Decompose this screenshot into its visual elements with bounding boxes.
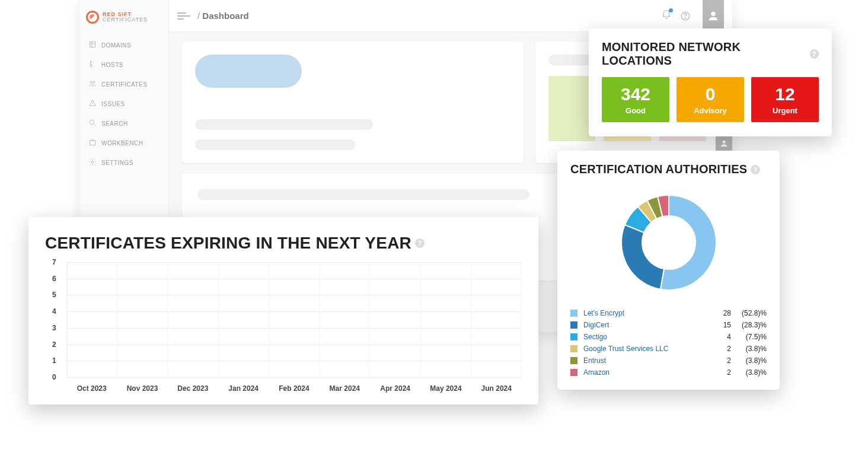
monitored-locations-panel: MONITORED NETWORK LOCATIONS ? 342Good0Ad… [589,28,832,136]
svg-rect-4 [90,141,95,145]
svg-point-5 [91,161,94,163]
y-tick-label: 4 [52,307,56,316]
svg-point-8 [711,11,715,15]
swatch-icon [570,333,577,340]
legend-row: Entrust 2 (3.8)% [570,356,767,365]
legend-pct: (7.5)% [731,333,767,341]
x-tick-label: Feb 2024 [269,384,319,393]
legend-name[interactable]: Let's Encrypt [583,309,712,317]
sidebar-item-label: DOMAINS [101,42,131,49]
legend-row: Amazon 2 (3.8)% [570,368,767,377]
notification-dot [669,8,673,12]
x-tick-label: Nov 2023 [117,384,167,393]
bar-column [320,262,370,377]
avatar[interactable] [703,0,724,32]
bar-column [168,262,218,377]
sidebar-item-label: CERTIFICATES [101,81,147,88]
x-tick-label: Jun 2024 [471,384,522,393]
sidebar-item-workbench[interactable]: WORKBENCH [86,135,162,151]
help-icon[interactable]: ? [810,49,819,59]
svg-rect-0 [90,42,95,47]
bar-column [269,262,320,377]
avatar-secondary[interactable] [716,135,732,152]
issues-icon [88,99,97,109]
x-tick-label: Dec 2023 [168,384,218,393]
legend-name[interactable]: Google Trust Services LLC [583,345,712,353]
certificates-expiring-panel: CERTIFICATES EXPIRING IN THE NEXT YEAR ?… [28,217,538,405]
legend-pct: (3.8)% [731,368,767,377]
legend-name[interactable]: Amazon [583,368,712,377]
donut-slice[interactable] [621,225,664,289]
sidebar-item-issues[interactable]: ISSUES [86,95,162,112]
stat-label: Urgent [773,106,797,115]
legend-name[interactable]: DigiCert [583,321,712,329]
skeleton-bar [195,139,355,150]
bar-chart: 01234567 Oct 2023Nov 2023Dec 2023Jan 202… [66,262,522,393]
legend-pct: (52.8)% [731,309,767,317]
sidebar-item-label: ISSUES [101,101,125,107]
hosts-icon [88,60,97,69]
y-tick-label: 0 [52,373,56,381]
topbar: / Dashboard [169,0,732,32]
legend-name[interactable]: Entrust [583,356,712,365]
stat-good[interactable]: 342Good [602,77,669,122]
x-tick-label: Apr 2024 [370,384,420,393]
search-icon [88,119,97,128]
bar-column [421,262,471,377]
stat-label: Good [626,106,646,115]
svg-point-2 [93,81,95,84]
x-tick-label: Jan 2024 [218,384,269,393]
stat-label: Advisory [694,106,727,115]
help-icon[interactable]: ? [415,238,425,248]
stat-advisory[interactable]: 0Advisory [676,77,744,122]
svg-point-1 [90,81,92,84]
panel-title: CERTIFICATES EXPIRING IN THE NEXT YEAR ? [45,234,522,253]
sidebar-item-domains[interactable]: DOMAINS [86,37,162,53]
legend-row: Google Trust Services LLC 2 (3.8)% [570,345,767,353]
bell-icon[interactable] [661,9,672,23]
swatch-icon [570,321,577,329]
ca-legend: Let's Encrypt 28 (52.8)% DigiCert 15 (28… [570,309,767,377]
legend-count: 28 [712,309,731,317]
help-icon[interactable]: ? [751,165,760,174]
breadcrumb-page: Dashboard [202,11,248,21]
help-icon[interactable] [680,11,691,21]
menu-icon[interactable] [177,9,190,23]
sidebar-item-certificates[interactable]: CERTIFICATES [86,76,162,93]
stat-urgent[interactable]: 12Urgent [751,77,819,122]
stat-value: 342 [621,85,650,103]
legend-count: 2 [712,356,731,365]
sidebar-item-search[interactable]: SEARCH [86,115,162,132]
legend-count: 2 [712,368,731,377]
sidebar-item-hosts[interactable]: HOSTS [86,56,162,73]
stat-value: 0 [706,85,716,103]
sidebar-item-settings[interactable]: SETTINGS [86,154,162,171]
legend-pct: (3.8)% [731,345,767,353]
swatch-icon [570,369,577,376]
swatch-icon [570,310,577,317]
logo-line2: CERTIFICATES [103,17,148,23]
legend-row: DigiCert 15 (28.3)% [570,321,767,329]
logo: RED SIFT CERTIFICATES [86,11,162,24]
panel-title: CERTIFICATION AUTHORITIES ? [570,163,767,176]
y-tick-label: 2 [52,340,56,349]
shield-icon [86,11,99,24]
certificates-icon [88,79,97,89]
donut-chart [570,183,767,302]
legend-pct: (3.8)% [731,356,767,365]
y-tick-label: 7 [52,258,56,266]
mnl-title: MONITORED NETWORK LOCATIONS [602,40,806,68]
swatch-icon [570,357,577,364]
legend-count: 15 [712,321,731,329]
swatch-icon [570,345,577,352]
ca-title: CERTIFICATION AUTHORITIES [570,163,747,176]
svg-point-9 [722,141,725,144]
domains-icon [88,40,97,50]
legend-name[interactable]: Sectigo [583,333,712,341]
workbench-icon [88,138,97,148]
bar-column [471,262,522,377]
y-tick-label: 6 [52,275,56,283]
legend-count: 4 [712,333,731,341]
settings-icon [88,158,97,167]
chart-title: CERTIFICATES EXPIRING IN THE NEXT YEAR [45,234,411,253]
